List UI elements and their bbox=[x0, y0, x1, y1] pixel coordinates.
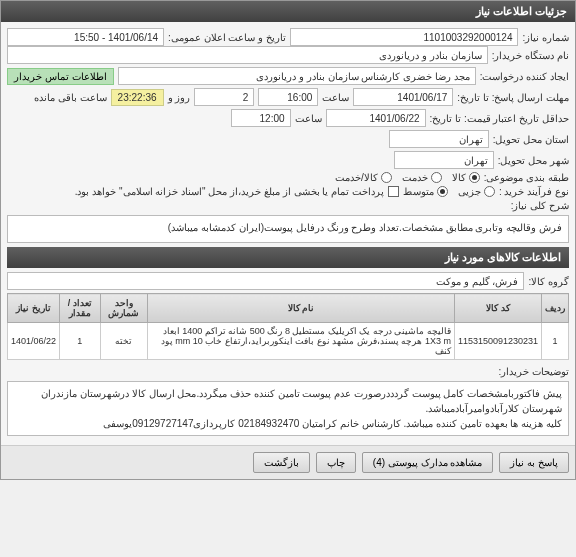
panel-body: شماره نیاز: 1101003292000124 تاریخ و ساع… bbox=[1, 22, 575, 445]
radio-goods[interactable]: کالا bbox=[452, 172, 480, 183]
validity-date: 1401/06/22 bbox=[326, 109, 426, 127]
province-value: تهران bbox=[389, 130, 489, 148]
buyer-value: سازمان بنادر و دریانوردی bbox=[7, 46, 488, 64]
remarks-label: توضیحات خریدار: bbox=[498, 366, 569, 377]
print-button[interactable]: چاپ bbox=[316, 452, 356, 473]
radio-medium[interactable]: متوسط bbox=[403, 186, 448, 197]
validity-label: حداقل تاریخ اعتبار قیمت: تا تاریخ: bbox=[430, 113, 569, 124]
remaining-label: ساعت باقی مانده bbox=[34, 92, 107, 103]
deadline-reply-date: 1401/06/17 bbox=[353, 88, 453, 106]
panel-title: جزئیات اطلاعات نیاز bbox=[1, 1, 575, 22]
radio-small-label: جزیی bbox=[458, 186, 481, 197]
radio-service[interactable]: خدمت bbox=[402, 172, 442, 183]
radio-goods-service[interactable]: کالا/خدمت bbox=[335, 172, 392, 183]
radio-service-input[interactable] bbox=[431, 172, 442, 183]
need-number-label: شماره نیاز: bbox=[522, 32, 569, 43]
time-label-2: ساعت bbox=[295, 113, 322, 124]
cell-row: 1 bbox=[542, 323, 569, 360]
process-radio-group: جزیی متوسط bbox=[403, 186, 495, 197]
th-date: تاریخ نیاز bbox=[8, 294, 60, 323]
th-qty: تعداد / مقدار bbox=[60, 294, 101, 323]
radio-service-label: خدمت bbox=[402, 172, 428, 183]
deadline-reply-time: 16:00 bbox=[258, 88, 318, 106]
province-label: استان محل تحویل: bbox=[493, 134, 569, 145]
radio-small-input[interactable] bbox=[484, 186, 495, 197]
contact-buyer-button[interactable]: اطلاعات تماس خریدار bbox=[7, 68, 114, 85]
table-row: 1 1153150091230231 قالیچه ماشینی درجه یک… bbox=[8, 323, 569, 360]
back-button[interactable]: بازگشت bbox=[253, 452, 310, 473]
city-label: شهر محل تحویل: bbox=[498, 155, 569, 166]
deadline-reply-label: مهلت ارسال پاسخ: تا تاریخ: bbox=[457, 92, 569, 103]
buyer-label: نام دستگاه خریدار: bbox=[492, 50, 569, 61]
city-value: تهران bbox=[394, 151, 494, 169]
days-label: روز و bbox=[168, 92, 191, 103]
countdown-value: 23:22:36 bbox=[111, 89, 164, 106]
process-label: نوع فرآیند خرید : bbox=[499, 186, 569, 197]
cell-name: قالیچه ماشینی درجه یک اکریلیک مستطیل 8 ر… bbox=[147, 323, 454, 360]
remarks-value: پیش فاکتوربامشخصات کامل پیوست گردددرصورت… bbox=[7, 381, 569, 436]
cell-code: 1153150091230231 bbox=[454, 323, 541, 360]
need-details-panel: جزئیات اطلاعات نیاز شماره نیاز: 11010032… bbox=[0, 0, 576, 480]
radio-medium-label: متوسط bbox=[403, 186, 434, 197]
validity-time: 12:00 bbox=[231, 109, 291, 127]
reply-button[interactable]: پاسخ به نیاز bbox=[499, 452, 569, 473]
cell-date: 1401/06/22 bbox=[8, 323, 60, 360]
treasury-checkbox[interactable] bbox=[388, 186, 399, 197]
th-unit: واحد شمارش bbox=[100, 294, 147, 323]
requester-value: مجد رضا خضری کارشناس سازمان بنادر و دریا… bbox=[118, 67, 476, 85]
radio-goods-service-input[interactable] bbox=[381, 172, 392, 183]
th-row: ردیف bbox=[542, 294, 569, 323]
radio-goods-service-label: کالا/خدمت bbox=[335, 172, 378, 183]
radio-goods-label: کالا bbox=[452, 172, 466, 183]
th-name: نام کالا bbox=[147, 294, 454, 323]
group-value: فرش، گلیم و موکت bbox=[7, 272, 524, 290]
time-label-1: ساعت bbox=[322, 92, 349, 103]
items-table: ردیف کد کالا نام کالا واحد شمارش تعداد /… bbox=[7, 293, 569, 360]
announce-value: 1401/06/14 - 15:50 bbox=[7, 28, 164, 46]
need-number-value: 1101003292000124 bbox=[290, 28, 518, 46]
radio-medium-input[interactable] bbox=[437, 186, 448, 197]
category-label: طبقه بندی موضوعی: bbox=[484, 172, 569, 183]
desc-value: فرش وقالیچه وتابری مطابق مشخصات.تعداد وط… bbox=[7, 215, 569, 243]
th-code: کد کالا bbox=[454, 294, 541, 323]
cell-unit: تخته bbox=[100, 323, 147, 360]
attachments-button[interactable]: مشاهده مدارک پیوستی (4) bbox=[362, 452, 494, 473]
desc-label: شرح کلی نیاز: bbox=[511, 200, 569, 211]
days-value: 2 bbox=[194, 88, 254, 106]
table-header-row: ردیف کد کالا نام کالا واحد شمارش تعداد /… bbox=[8, 294, 569, 323]
cell-qty: 1 bbox=[60, 323, 101, 360]
payment-note: پرداخت تمام یا بخشی از مبلغ خرید،از محل … bbox=[75, 186, 384, 197]
category-radio-group: کالا خدمت کالا/خدمت bbox=[335, 172, 480, 183]
button-row: پاسخ به نیاز مشاهده مدارک پیوستی (4) چاپ… bbox=[1, 445, 575, 479]
items-section-title: اطلاعات کالاهای مورد نیاز bbox=[7, 247, 569, 268]
group-label: گروه کالا: bbox=[528, 276, 569, 287]
requester-label: ایجاد کننده درخواست: bbox=[480, 71, 569, 82]
radio-goods-input[interactable] bbox=[469, 172, 480, 183]
radio-small[interactable]: جزیی bbox=[458, 186, 495, 197]
announce-label: تاریخ و ساعت اعلان عمومی: bbox=[168, 32, 286, 43]
